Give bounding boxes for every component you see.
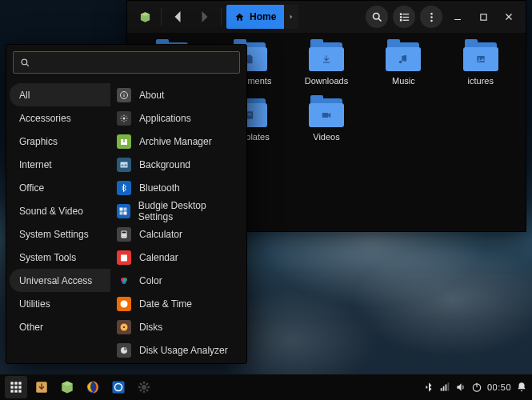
category-accessories[interactable]: Accessories xyxy=(10,106,110,130)
app-label: Calendar xyxy=(139,252,178,263)
menu-search-field[interactable] xyxy=(13,51,240,74)
svg-rect-42 xyxy=(121,254,127,256)
svg-rect-60 xyxy=(18,386,21,388)
path-home-button[interactable]: Home xyxy=(226,5,284,29)
hamburger-menu-button[interactable] xyxy=(420,6,442,28)
svg-point-21 xyxy=(22,59,27,65)
app-archive-manager[interactable]: Archive Manager xyxy=(110,130,243,153)
svg-point-38 xyxy=(122,236,123,237)
category-office[interactable]: Office xyxy=(10,176,110,199)
svg-rect-32 xyxy=(124,211,127,214)
divider xyxy=(221,8,222,26)
svg-rect-58 xyxy=(10,386,13,388)
bg-icon xyxy=(117,158,131,172)
category-utilities[interactable]: Utilities xyxy=(10,292,110,315)
svg-point-51 xyxy=(123,326,125,328)
app-calculator[interactable]: Calculator xyxy=(110,222,243,246)
back-button[interactable] xyxy=(166,6,189,28)
svg-rect-10 xyxy=(454,19,461,20)
folder-pictures[interactable]: ictures xyxy=(452,42,510,86)
volume-tray-icon[interactable] xyxy=(455,382,466,393)
app-applications[interactable]: Applications xyxy=(110,106,243,130)
svg-point-39 xyxy=(124,236,125,237)
svg-rect-34 xyxy=(122,231,126,233)
application-list: AboutApplicationsArchive ManagerBackgrou… xyxy=(110,80,246,363)
svg-rect-57 xyxy=(18,382,21,384)
panel-settings-icon[interactable] xyxy=(133,376,155,398)
category-universal-access[interactable]: Universal Access xyxy=(10,269,110,292)
app-budgie-desktop-settings[interactable]: Budgie Desktop Settings xyxy=(110,199,243,222)
bluetooth-tray-icon[interactable] xyxy=(423,382,434,393)
folder-icon xyxy=(386,42,421,71)
path-expand-icon[interactable] xyxy=(284,5,298,29)
app-label: Applications xyxy=(139,113,191,124)
category-graphics[interactable]: Graphics xyxy=(10,130,110,153)
calc-icon xyxy=(117,227,131,242)
panel-files-icon[interactable] xyxy=(56,376,78,398)
file-manager-app-icon xyxy=(134,6,156,28)
svg-point-37 xyxy=(125,234,126,235)
svg-point-36 xyxy=(124,234,125,235)
file-manager-titlebar: Home xyxy=(127,1,526,33)
svg-rect-56 xyxy=(14,382,17,384)
category-system-tools[interactable]: System Tools xyxy=(10,246,110,269)
color-icon xyxy=(117,274,131,288)
network-tray-icon[interactable] xyxy=(439,382,450,393)
category-internet[interactable]: Internet xyxy=(10,153,110,176)
app-disks[interactable]: Disks xyxy=(110,315,243,338)
category-system-settings[interactable]: System Settings xyxy=(10,222,110,246)
bt-icon xyxy=(117,181,131,195)
close-button[interactable] xyxy=(498,6,519,27)
path-bar[interactable]: Home xyxy=(226,5,298,29)
category-other[interactable]: Other xyxy=(10,315,110,338)
svg-rect-27 xyxy=(124,139,125,142)
folder-icon xyxy=(309,42,344,71)
app-label: Date & Time xyxy=(139,298,192,310)
panel-clock[interactable]: 00:50 xyxy=(487,382,511,392)
app-launcher-button[interactable] xyxy=(5,376,27,398)
panel-app-icon[interactable] xyxy=(107,376,130,398)
minimize-button[interactable] xyxy=(447,6,468,27)
search-button[interactable] xyxy=(366,6,388,28)
notifications-tray-icon[interactable] xyxy=(516,382,527,393)
svg-rect-71 xyxy=(443,386,445,391)
folder-icon xyxy=(309,98,344,127)
folder-downloads[interactable]: Downloads xyxy=(298,42,355,86)
app-color[interactable]: Color xyxy=(110,269,243,292)
app-date-time[interactable]: Date & Time xyxy=(110,292,243,315)
folder-label: ictures xyxy=(468,76,494,86)
view-toggle-button[interactable] xyxy=(393,6,415,28)
power-tray-icon[interactable] xyxy=(471,382,482,393)
app-label: Background xyxy=(139,159,190,170)
category-sound-video[interactable]: Sound & Video xyxy=(10,199,110,222)
pie-icon xyxy=(117,343,131,358)
svg-point-40 xyxy=(125,236,126,237)
app-disk-usage-analyzer[interactable]: Disk Usage Analyzer xyxy=(110,338,243,362)
svg-rect-30 xyxy=(124,207,127,210)
folder-label: Videos xyxy=(313,132,339,142)
gear-icon xyxy=(117,111,131,126)
app-label: Calculator xyxy=(139,229,182,240)
cal-icon xyxy=(117,250,131,265)
svg-rect-62 xyxy=(14,390,17,392)
folder-videos[interactable]: Videos xyxy=(298,98,355,142)
maximize-button[interactable] xyxy=(473,6,494,27)
svg-rect-72 xyxy=(446,385,447,391)
app-background[interactable]: Background xyxy=(110,153,243,176)
forward-button[interactable] xyxy=(194,6,216,28)
folder-music[interactable]: Music xyxy=(374,42,432,86)
panel-firefox-icon[interactable] xyxy=(82,376,104,398)
panel-update-icon[interactable] xyxy=(30,376,53,398)
app-calendar[interactable]: Calendar xyxy=(110,246,243,269)
category-all[interactable]: All xyxy=(10,83,110,106)
app-displays[interactable]: Displays xyxy=(110,362,243,363)
svg-rect-31 xyxy=(120,211,123,214)
svg-rect-61 xyxy=(10,390,13,392)
category-list: AllAccessoriesGraphicsInternetOfficeSoun… xyxy=(6,80,110,363)
app-bluetooth[interactable]: Bluetooth xyxy=(110,176,243,199)
clock-icon xyxy=(117,297,131,311)
app-about[interactable]: About xyxy=(110,83,243,106)
menu-search-input[interactable] xyxy=(37,57,233,68)
disk-icon xyxy=(117,320,131,334)
svg-rect-45 xyxy=(126,258,126,258)
